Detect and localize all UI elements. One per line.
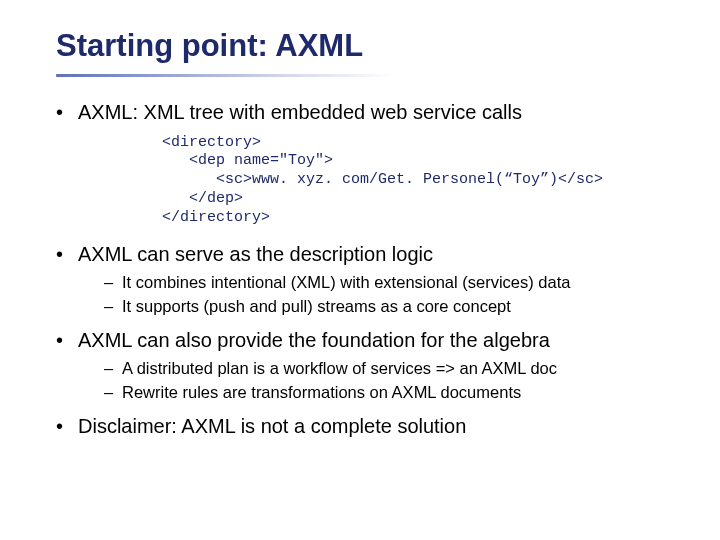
sub-bullet-item: Rewrite rules are transformations on AXM… xyxy=(104,382,680,403)
slide-title: Starting point: AXML xyxy=(56,28,680,64)
bullet-text: AXML can also provide the foundation for… xyxy=(78,329,550,351)
code-block: <directory> <dep name="Toy"> <sc>www. xy… xyxy=(162,134,680,228)
bullet-text: AXML: XML tree with embedded web service… xyxy=(78,101,522,123)
sub-bullet-item: A distributed plan is a workflow of serv… xyxy=(104,358,680,379)
bullet-list: AXML: XML tree with embedded web service… xyxy=(56,99,680,441)
title-underline xyxy=(56,74,396,77)
bullet-item: AXML: XML tree with embedded web service… xyxy=(56,99,680,228)
bullet-item: Disclaimer: AXML is not a complete solut… xyxy=(56,413,680,440)
sub-bullet-item: It supports (push and pull) streams as a… xyxy=(104,296,680,317)
bullet-text: Disclaimer: AXML is not a complete solut… xyxy=(78,415,466,437)
sub-bullet-list: A distributed plan is a workflow of serv… xyxy=(104,358,680,403)
bullet-item: AXML can also provide the foundation for… xyxy=(56,327,680,403)
bullet-item: AXML can serve as the description logic … xyxy=(56,241,680,317)
sub-bullet-item: It combines intentional (XML) with exten… xyxy=(104,272,680,293)
sub-bullet-list: It combines intentional (XML) with exten… xyxy=(104,272,680,317)
bullet-text: AXML can serve as the description logic xyxy=(78,243,433,265)
slide: Starting point: AXML AXML: XML tree with… xyxy=(0,0,720,470)
